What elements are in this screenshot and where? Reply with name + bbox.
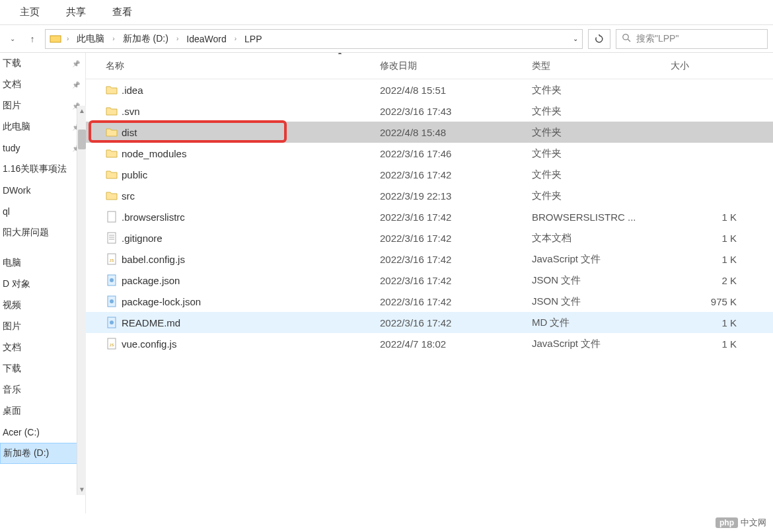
file-name-label: node_modules: [122, 148, 186, 159]
sidebar-item-label: 下载: [3, 57, 21, 69]
sidebar-item[interactable]: tudy📌: [0, 137, 85, 159]
scrollbar-thumb[interactable]: [78, 130, 86, 149]
scroll-up-icon[interactable]: ▲: [77, 106, 87, 116]
file-date-cell: 2022/3/16 17:42: [380, 296, 532, 307]
sidebar-item-label: D 对象: [3, 278, 30, 290]
pin-icon: 📌: [72, 81, 80, 89]
breadcrumb-item-1[interactable]: 新加卷 (D:): [120, 33, 171, 45]
file-name-label: .idea: [122, 85, 143, 96]
file-row[interactable]: public2022/3/16 17:42文件夹: [86, 164, 773, 185]
file-row[interactable]: JSbabel.config.js2022/3/16 17:42JavaScri…: [86, 248, 773, 270]
sidebar-item[interactable]: D 对象: [0, 274, 85, 295]
file-icon: [106, 317, 118, 328]
file-name-cell: public: [86, 169, 380, 180]
file-date-cell: 2022/3/16 17:42: [380, 317, 532, 328]
column-header-date[interactable]: 修改日期: [380, 60, 532, 72]
file-name-cell: .gitignore: [86, 232, 380, 244]
sidebar-item-label: 此电脑: [3, 121, 30, 133]
sidebar-item[interactable]: 阳大屏问题: [0, 222, 85, 243]
file-icon: JS: [106, 338, 118, 350]
nav-up-button[interactable]: ↑: [25, 32, 40, 46]
sidebar-item-label: ql: [3, 206, 10, 217]
column-header-name[interactable]: 名称: [86, 60, 380, 72]
search-input[interactable]: 搜索"LPP": [616, 29, 768, 49]
sidebar-item[interactable]: 此电脑📌: [0, 116, 85, 137]
file-name-label: src: [122, 190, 135, 202]
svg-text:JS: JS: [109, 258, 114, 262]
file-icon: JS: [106, 253, 118, 265]
sidebar-item-label: 图片: [3, 321, 21, 332]
file-icon: [106, 274, 118, 286]
pin-icon: 📌: [72, 60, 80, 67]
file-row[interactable]: README.md2022/3/16 17:42MD 文件1 K: [86, 312, 773, 333]
file-row[interactable]: src2022/3/19 22:13文件夹: [86, 185, 773, 206]
file-type-cell: JavaScript 文件: [532, 253, 671, 266]
file-date-cell: 2022/3/16 17:42: [380, 275, 532, 286]
sidebar-item[interactable]: 桌面: [0, 400, 85, 422]
file-row[interactable]: JSvue.config.js2022/4/7 18:02JavaScript …: [86, 333, 773, 354]
sidebar-item[interactable]: 新加卷 (D:): [0, 443, 85, 464]
scroll-down-icon[interactable]: ▼: [77, 484, 87, 495]
sidebar-item[interactable]: 电脑: [0, 252, 85, 274]
breadcrumb-item-3[interactable]: LPP: [242, 34, 264, 44]
file-name-cell: package.json: [86, 274, 380, 286]
sidebar-item[interactable]: ql: [0, 201, 85, 222]
breadcrumb-item-0[interactable]: 此电脑: [74, 33, 107, 45]
sidebar-item-label: tudy: [3, 143, 20, 153]
sidebar-item-label: DWork: [3, 185, 31, 196]
address-bar-row: ⌄ ↑ › 此电脑 › 新加卷 (D:) › IdeaWord › LPP ⌄ …: [0, 25, 773, 53]
sidebar-item[interactable]: 下载: [0, 358, 85, 379]
tab-home[interactable]: 主页: [7, 6, 53, 19]
file-row[interactable]: package-lock.json2022/3/16 17:42JSON 文件9…: [86, 291, 773, 312]
file-name-cell: package-lock.json: [86, 295, 380, 307]
sidebar-scrollbar[interactable]: ▲ ▼: [77, 106, 86, 495]
svg-point-11: [110, 278, 114, 282]
file-date-cell: 2022/3/16 17:42: [380, 254, 532, 265]
sidebar-item[interactable]: 图片: [0, 316, 85, 337]
address-dropdown-button[interactable]: ⌄: [573, 35, 578, 42]
file-row[interactable]: .browserslistrc2022/3/16 17:42BROWSERSLI…: [86, 206, 773, 227]
sidebar-item[interactable]: 图片📌: [0, 95, 85, 116]
tab-view[interactable]: 查看: [99, 6, 145, 19]
file-row[interactable]: node_modules2022/3/16 17:46文件夹: [86, 143, 773, 164]
svg-line-2: [628, 39, 630, 42]
sidebar-item-label: Acer (C:): [3, 427, 40, 437]
file-type-cell: MD 文件: [532, 317, 671, 329]
svg-point-13: [110, 299, 114, 303]
file-type-cell: 文件夹: [532, 84, 671, 96]
sidebar-item[interactable]: 视频: [0, 295, 85, 316]
address-bar[interactable]: › 此电脑 › 新加卷 (D:) › IdeaWord › LPP ⌄: [45, 29, 583, 49]
folder-icon: [106, 169, 118, 180]
file-name-cell: README.md: [86, 317, 380, 328]
sidebar-item[interactable]: Acer (C:): [0, 422, 85, 443]
sidebar-item[interactable]: DWork: [0, 180, 85, 201]
sidebar-item[interactable]: 文档📌: [0, 74, 85, 95]
file-row[interactable]: dist2022/4/8 15:48文件夹: [86, 122, 773, 143]
svg-text:JS: JS: [109, 343, 114, 347]
svg-rect-0: [50, 36, 61, 42]
breadcrumb-item-2[interactable]: IdeaWord: [184, 34, 229, 44]
file-name-cell: dist: [86, 126, 380, 138]
file-type-cell: 文本文档: [532, 232, 671, 245]
file-row[interactable]: .gitignore2022/3/16 17:42文本文档1 K: [86, 227, 773, 248]
nav-recent-button[interactable]: ⌄: [5, 32, 20, 46]
sidebar-item[interactable]: 1.16关联事项法: [0, 159, 85, 180]
column-header-type[interactable]: 类型: [532, 60, 671, 72]
column-headers: ▲ 名称 修改日期 类型 大小: [86, 53, 773, 79]
tab-share[interactable]: 共享: [53, 6, 99, 19]
file-date-cell: 2022/3/16 17:43: [380, 106, 532, 117]
sidebar-item[interactable]: 下载📌: [0, 53, 85, 74]
sidebar-item-label: 视频: [3, 299, 21, 311]
refresh-button[interactable]: [588, 29, 610, 49]
column-header-size[interactable]: 大小: [671, 60, 743, 72]
sidebar-item-label: 音乐: [3, 384, 21, 396]
sidebar-item[interactable]: 音乐: [0, 379, 85, 400]
nav-sidebar[interactable]: 下载📌文档📌图片📌此电脑📌tudy📌1.16关联事项法DWorkql阳大屏问题电…: [0, 53, 86, 513]
sidebar-item[interactable]: 文档: [0, 337, 85, 358]
file-type-cell: BROWSERSLISTRC ...: [532, 211, 671, 223]
sidebar-item-label: 文档: [3, 79, 21, 91]
file-row[interactable]: .svn2022/3/16 17:43文件夹: [86, 100, 773, 122]
folder-icon: [106, 84, 118, 96]
file-row[interactable]: package.json2022/3/16 17:42JSON 文件2 K: [86, 270, 773, 291]
file-row[interactable]: .idea2022/4/8 15:51文件夹: [86, 79, 773, 100]
